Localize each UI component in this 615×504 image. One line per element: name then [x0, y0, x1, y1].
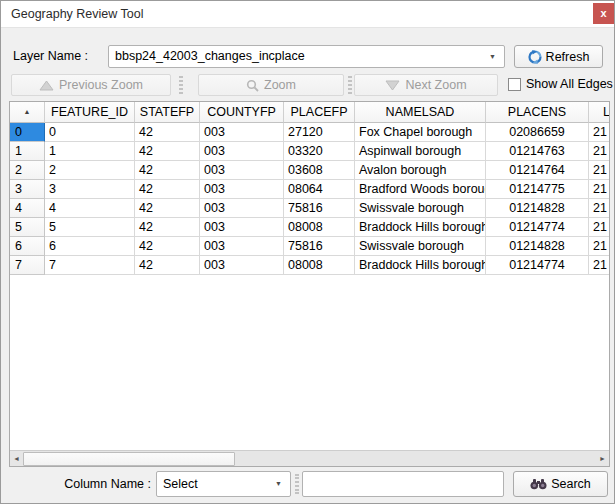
- table-cell[interactable]: 6: [45, 237, 135, 256]
- table-row[interactable]: 114200303320Aspinwall borough0121476321: [10, 142, 609, 161]
- table-row[interactable]: 554200308008Braddock Hills borough012147…: [10, 218, 609, 237]
- show-all-edges-checkbox[interactable]: [508, 78, 521, 91]
- scroll-right-arrow[interactable]: ►: [596, 451, 609, 467]
- scroll-left-arrow[interactable]: ◄: [10, 451, 23, 467]
- table-cell[interactable]: Fox Chapel borough: [355, 123, 486, 142]
- table-cell[interactable]: 27120: [284, 123, 355, 142]
- toolbar-separator: [295, 474, 299, 494]
- table-row[interactable]: 334200308064Bradford Woods borough012147…: [10, 180, 609, 199]
- table-cell[interactable]: 42: [135, 199, 200, 218]
- table-cell[interactable]: 01214828: [486, 199, 589, 218]
- table-row[interactable]: 224200303608Avalon borough0121476421: [10, 161, 609, 180]
- search-input[interactable]: [302, 471, 504, 497]
- row-header[interactable]: 3: [10, 180, 45, 199]
- column-header-countyfp[interactable]: COUNTYFP: [200, 102, 284, 123]
- table-cell[interactable]: 01214763: [486, 142, 589, 161]
- table-cell[interactable]: 01214774: [486, 256, 589, 275]
- row-header[interactable]: 5: [10, 218, 45, 237]
- column-name-combobox[interactable]: Select ▼: [156, 471, 291, 497]
- table-cell[interactable]: 75816: [284, 199, 355, 218]
- table-cell[interactable]: 7: [45, 256, 135, 275]
- table-cell[interactable]: 4: [45, 199, 135, 218]
- horizontal-scrollbar[interactable]: ◄ ►: [10, 450, 609, 466]
- table-cell[interactable]: 003: [200, 218, 284, 237]
- table-cell[interactable]: Swissvale borough: [355, 237, 486, 256]
- next-zoom-label: Next Zoom: [405, 78, 466, 92]
- table-cell[interactable]: Avalon borough: [355, 161, 486, 180]
- row-header[interactable]: 6: [10, 237, 45, 256]
- row-header[interactable]: 4: [10, 199, 45, 218]
- table-cell[interactable]: 01214764: [486, 161, 589, 180]
- layer-name-combobox[interactable]: bbsp24_42003_changes_incplace ▼: [108, 45, 505, 68]
- close-icon: x: [600, 7, 606, 19]
- table-cell[interactable]: Swissvale borough: [355, 199, 486, 218]
- table-cell[interactable]: 42: [135, 123, 200, 142]
- column-header-placefp[interactable]: PLACEFP: [284, 102, 355, 123]
- table-row[interactable]: 004200327120Fox Chapel borough0208665921: [10, 123, 609, 142]
- table-cell[interactable]: 003: [200, 256, 284, 275]
- table-cell[interactable]: 003: [200, 237, 284, 256]
- column-header-placens[interactable]: PLACENS: [486, 102, 589, 123]
- row-header[interactable]: 7: [10, 256, 45, 275]
- table-cell[interactable]: 02086659: [486, 123, 589, 142]
- close-button[interactable]: x: [593, 3, 614, 24]
- table-cell[interactable]: 003: [200, 199, 284, 218]
- table-cell[interactable]: 42: [135, 180, 200, 199]
- table-cell[interactable]: Braddock Hills borough: [355, 218, 486, 237]
- table-cell[interactable]: 003: [200, 142, 284, 161]
- table-cell[interactable]: 03608: [284, 161, 355, 180]
- table-cell[interactable]: 75816: [284, 237, 355, 256]
- table-cell[interactable]: 01214774: [486, 218, 589, 237]
- table-cell[interactable]: 21: [589, 161, 610, 180]
- table-cell[interactable]: 42: [135, 218, 200, 237]
- table-cell[interactable]: 08064: [284, 180, 355, 199]
- table-cell[interactable]: 003: [200, 123, 284, 142]
- row-header[interactable]: 2: [10, 161, 45, 180]
- table-cell[interactable]: 1: [45, 142, 135, 161]
- table-row[interactable]: 444200375816Swissvale borough0121482821: [10, 199, 609, 218]
- table-cell[interactable]: Bradford Woods borough: [355, 180, 486, 199]
- refresh-button[interactable]: Refresh: [514, 45, 603, 68]
- table-cell[interactable]: 08008: [284, 256, 355, 275]
- table-cell[interactable]: 21: [589, 123, 610, 142]
- table-cell[interactable]: 42: [135, 142, 200, 161]
- table-cell[interactable]: 01214775: [486, 180, 589, 199]
- table-cell[interactable]: 21: [589, 256, 610, 275]
- table-cell[interactable]: Braddock Hills borough: [355, 256, 486, 275]
- corner-header-cell[interactable]: ▲: [10, 102, 45, 123]
- column-header-truncated[interactable]: L: [589, 102, 610, 123]
- previous-zoom-button[interactable]: Previous Zoom: [11, 74, 171, 96]
- table-cell[interactable]: 003: [200, 161, 284, 180]
- table-cell[interactable]: 42: [135, 161, 200, 180]
- column-header-feature-id[interactable]: FEATURE_ID: [45, 102, 135, 123]
- layer-name-label: Layer Name :: [13, 45, 88, 68]
- table-cell[interactable]: Aspinwall borough: [355, 142, 486, 161]
- table-cell[interactable]: 42: [135, 237, 200, 256]
- row-header[interactable]: 0: [10, 123, 45, 142]
- attribute-table[interactable]: ▲ FEATURE_ID STATEFP COUNTYFP PLACEFP NA…: [9, 101, 610, 467]
- table-cell[interactable]: 42: [135, 256, 200, 275]
- table-cell[interactable]: 0: [45, 123, 135, 142]
- row-header[interactable]: 1: [10, 142, 45, 161]
- table-cell[interactable]: 5: [45, 218, 135, 237]
- binoculars-icon: [530, 478, 547, 490]
- table-cell[interactable]: 21: [589, 142, 610, 161]
- table-cell[interactable]: 21: [589, 237, 610, 256]
- table-cell[interactable]: 21: [589, 199, 610, 218]
- table-cell[interactable]: 03320: [284, 142, 355, 161]
- table-row[interactable]: 774200308008Braddock Hills borough012147…: [10, 256, 609, 275]
- table-cell[interactable]: 3: [45, 180, 135, 199]
- table-cell[interactable]: 01214828: [486, 237, 589, 256]
- next-zoom-button[interactable]: Next Zoom: [354, 74, 498, 96]
- search-button[interactable]: Search: [513, 471, 608, 497]
- table-cell[interactable]: 21: [589, 218, 610, 237]
- table-row[interactable]: 664200375816Swissvale borough0121482821: [10, 237, 609, 256]
- scrollbar-thumb[interactable]: [23, 452, 235, 466]
- table-cell[interactable]: 2: [45, 161, 135, 180]
- table-cell[interactable]: 003: [200, 180, 284, 199]
- table-cell[interactable]: 21: [589, 180, 610, 199]
- column-header-statefp[interactable]: STATEFP: [135, 102, 200, 123]
- table-cell[interactable]: 08008: [284, 218, 355, 237]
- zoom-button[interactable]: Zoom: [198, 74, 344, 96]
- column-header-namelsad[interactable]: NAMELSAD: [355, 102, 486, 123]
